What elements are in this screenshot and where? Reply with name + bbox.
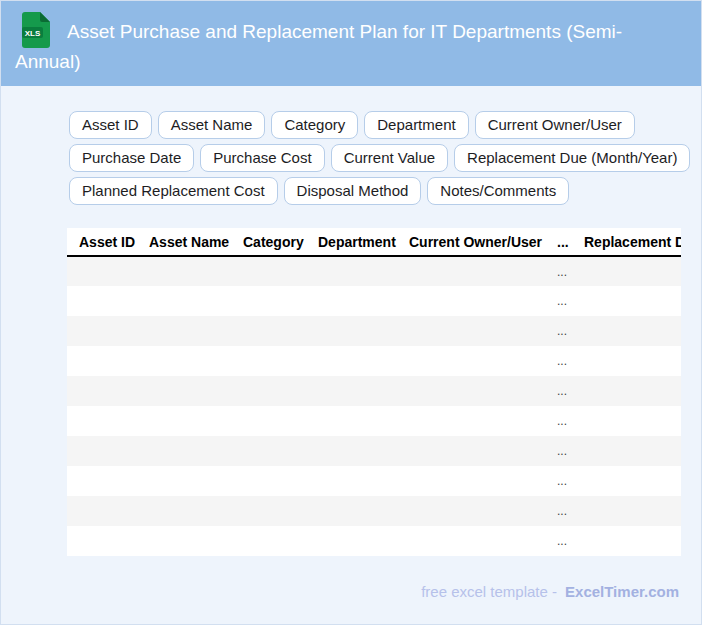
table-cell	[67, 376, 137, 406]
table-cell	[397, 496, 545, 526]
table-cell	[231, 376, 306, 406]
chips: Asset IDAsset NameCategoryDepartmentCurr…	[69, 111, 702, 205]
column-header-asset-id: Asset ID	[67, 228, 137, 256]
table-cell	[137, 466, 231, 496]
table-cell: ...	[545, 526, 572, 556]
table-cell	[572, 256, 681, 286]
page-title: Asset Purchase and Replacement Plan for …	[15, 21, 622, 72]
column-header-current-owner-user: Current Owner/User	[397, 228, 545, 256]
table-cell	[306, 346, 397, 376]
table-cell	[397, 346, 545, 376]
table-cell	[397, 406, 545, 436]
table-cell	[137, 286, 231, 316]
chip-asset-id[interactable]: Asset ID	[69, 111, 152, 139]
xls-icon-label: XLS	[25, 29, 41, 38]
chip-department[interactable]: Department	[364, 111, 468, 139]
table-cell	[67, 286, 137, 316]
table-cell	[137, 376, 231, 406]
table-wrap: Asset IDAsset NameCategoryDepartmentCurr…	[67, 228, 681, 556]
chip-category[interactable]: Category	[271, 111, 358, 139]
column-header-category: Category	[231, 228, 306, 256]
table-cell	[137, 406, 231, 436]
table-cell	[572, 316, 681, 346]
asset-table: Asset IDAsset NameCategoryDepartmentCurr…	[67, 228, 681, 556]
table-cell	[572, 346, 681, 376]
table-row: ...	[67, 466, 681, 496]
table-cell	[306, 526, 397, 556]
table-cell	[231, 346, 306, 376]
chip-current-value[interactable]: Current Value	[331, 144, 448, 172]
table-cell	[231, 286, 306, 316]
table-cell	[306, 496, 397, 526]
chip-purchase-date[interactable]: Purchase Date	[69, 144, 194, 172]
table-cell	[572, 526, 681, 556]
table-cell	[572, 466, 681, 496]
column-header-item: ...	[545, 228, 572, 256]
table-cell: ...	[545, 496, 572, 526]
table-cell	[572, 286, 681, 316]
column-header-department: Department	[306, 228, 397, 256]
table-row: ...	[67, 346, 681, 376]
table-cell	[67, 406, 137, 436]
table-cell	[397, 256, 545, 286]
table-header-row: Asset IDAsset NameCategoryDepartmentCurr…	[67, 228, 681, 256]
table-cell	[306, 466, 397, 496]
table-cell	[306, 256, 397, 286]
header: XLS Asset Purchase and Replacement Plan …	[1, 1, 701, 86]
table-cell: ...	[545, 376, 572, 406]
table-cell	[231, 436, 306, 466]
table-cell	[572, 496, 681, 526]
table-cell	[572, 436, 681, 466]
table-cell: ...	[545, 256, 572, 286]
table-cell	[67, 466, 137, 496]
table-row: ...	[67, 406, 681, 436]
table-cell	[231, 466, 306, 496]
chip-purchase-cost[interactable]: Purchase Cost	[200, 144, 324, 172]
footer-brand-link[interactable]: ExcelTimer.com	[565, 583, 679, 600]
table-cell	[397, 376, 545, 406]
table-cell	[572, 406, 681, 436]
chip-asset-name[interactable]: Asset Name	[158, 111, 266, 139]
table-row: ...	[67, 526, 681, 556]
table-cell	[572, 376, 681, 406]
footer-text: free excel template -	[421, 583, 557, 600]
table-cell	[137, 346, 231, 376]
chip-notes-comments[interactable]: Notes/Comments	[427, 177, 569, 205]
table-row: ...	[67, 376, 681, 406]
table-cell	[306, 406, 397, 436]
table-cell	[67, 346, 137, 376]
page: XLS Asset Purchase and Replacement Plan …	[0, 0, 702, 625]
table-row: ...	[67, 436, 681, 466]
table-cell	[137, 436, 231, 466]
table-cell	[306, 286, 397, 316]
table-cell	[397, 526, 545, 556]
table-cell	[137, 496, 231, 526]
footer: free excel template -ExcelTimer.com	[1, 583, 679, 600]
table-cell	[397, 466, 545, 496]
table-cell: ...	[545, 316, 572, 346]
table-cell	[137, 256, 231, 286]
chip-disposal-method[interactable]: Disposal Method	[284, 177, 422, 205]
table-cell	[137, 316, 231, 346]
table-cell	[231, 256, 306, 286]
chip-current-owner-user[interactable]: Current Owner/User	[475, 111, 635, 139]
table-cell	[231, 496, 306, 526]
table-cell: ...	[545, 436, 572, 466]
table-cell	[137, 526, 231, 556]
table-row: ...	[67, 496, 681, 526]
table-cell	[67, 496, 137, 526]
table-cell	[397, 436, 545, 466]
table-row: ...	[67, 286, 681, 316]
chip-planned-replacement-cost[interactable]: Planned Replacement Cost	[69, 177, 278, 205]
table-cell	[67, 436, 137, 466]
table-cell	[67, 316, 137, 346]
table-cell	[67, 256, 137, 286]
table-cell	[397, 286, 545, 316]
xls-file-icon: XLS	[22, 12, 50, 48]
table-cell	[397, 316, 545, 346]
table-row: ...	[67, 256, 681, 286]
table-row: ...	[67, 316, 681, 346]
table-body: ..............................	[67, 256, 681, 556]
chip-replacement-due-month-year[interactable]: Replacement Due (Month/Year)	[454, 144, 690, 172]
table-cell	[306, 376, 397, 406]
